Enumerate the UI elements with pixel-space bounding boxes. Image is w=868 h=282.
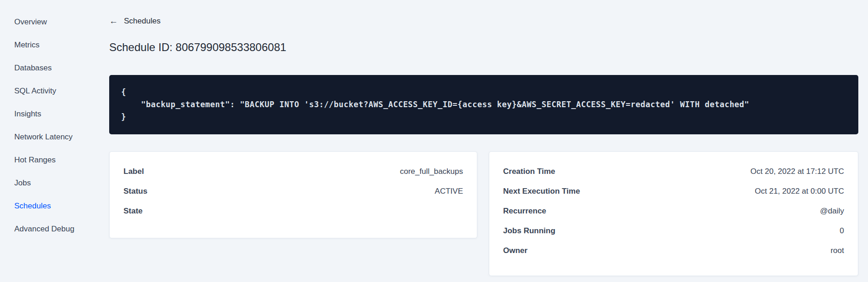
detail-row-owner: Owner root (503, 246, 844, 256)
detail-value: ACTIVE (435, 187, 463, 196)
detail-label: Status (123, 187, 147, 196)
code-line: { (121, 86, 846, 98)
detail-value: 0 (840, 226, 844, 236)
sidebar-item-network-latency[interactable]: Network Latency (0, 126, 109, 149)
sidebar: Overview Metrics Databases SQL Activity … (0, 0, 109, 282)
code-line: "backup_statement": "BACKUP INTO 's3://b… (121, 98, 846, 111)
schedule-summary-card: Label core_full_backups Status ACTIVE St… (109, 151, 477, 238)
detail-label: Recurrence (503, 207, 546, 216)
backup-statement-code-block: { "backup_statement": "BACKUP INTO 's3:/… (109, 75, 858, 134)
sidebar-item-schedules[interactable]: Schedules (0, 195, 109, 218)
detail-row-creation-time: Creation Time Oct 20, 2022 at 17:12 UTC (503, 167, 844, 177)
detail-row-recurrence: Recurrence @daily (503, 207, 844, 217)
page-title: Schedule ID: 806799098533806081 (109, 40, 858, 54)
back-to-schedules-link[interactable]: ← Schedules (109, 17, 160, 26)
back-link-label: Schedules (124, 17, 160, 26)
detail-row-label: Label core_full_backups (123, 167, 463, 177)
detail-label: Creation Time (503, 167, 555, 176)
sidebar-item-hot-ranges[interactable]: Hot Ranges (0, 149, 109, 172)
sidebar-item-databases[interactable]: Databases (0, 57, 109, 80)
sidebar-item-jobs[interactable]: Jobs (0, 172, 109, 195)
code-line: } (121, 111, 846, 123)
detail-value: core_full_backups (400, 167, 463, 176)
detail-label: Jobs Running (503, 226, 555, 236)
detail-label: Owner (503, 246, 528, 255)
detail-label: Label (123, 167, 144, 176)
sidebar-item-advanced-debug[interactable]: Advanced Debug (0, 218, 109, 241)
detail-value: root (831, 246, 844, 255)
detail-label: Next Execution Time (503, 187, 580, 196)
detail-cards: Label core_full_backups Status ACTIVE St… (109, 151, 858, 276)
detail-row-status: Status ACTIVE (123, 187, 463, 197)
sidebar-item-insights[interactable]: Insights (0, 103, 109, 126)
sidebar-item-metrics[interactable]: Metrics (0, 34, 109, 57)
detail-row-next-execution-time: Next Execution Time Oct 21, 2022 at 0:00… (503, 187, 844, 197)
detail-row-jobs-running: Jobs Running 0 (503, 226, 844, 236)
detail-row-state: State (123, 207, 463, 217)
detail-value: Oct 21, 2022 at 0:00 UTC (755, 187, 844, 196)
detail-label: State (123, 207, 143, 216)
detail-value: Oct 20, 2022 at 17:12 UTC (751, 167, 844, 176)
back-arrow-icon: ← (109, 17, 118, 25)
schedule-timing-card: Creation Time Oct 20, 2022 at 17:12 UTC … (489, 151, 858, 276)
sidebar-item-overview[interactable]: Overview (0, 11, 109, 34)
detail-value: @daily (820, 207, 844, 216)
main-content: ← Schedules Schedule ID: 806799098533806… (109, 0, 868, 282)
sidebar-item-sql-activity[interactable]: SQL Activity (0, 80, 109, 103)
page: Overview Metrics Databases SQL Activity … (0, 0, 868, 282)
